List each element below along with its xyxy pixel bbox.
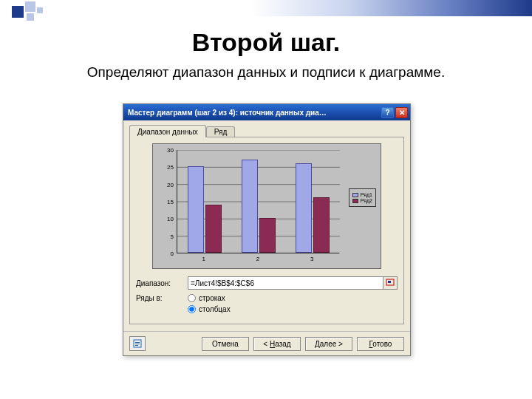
dialog-tabs: Диапазон данных Ряд — [123, 120, 410, 137]
finish-button[interactable]: Готово — [357, 337, 404, 351]
x-tick-label: 1 — [177, 256, 231, 262]
y-tick-label: 0 — [171, 250, 174, 257]
rows-in-row: Ряды в: строках столбцах — [136, 294, 398, 313]
radio-rows[interactable]: строках — [188, 294, 231, 302]
y-tick-label: 5 — [171, 233, 174, 239]
chart-bar — [188, 166, 204, 253]
legend-label: Ряд2 — [361, 198, 372, 203]
chart-bar — [205, 205, 222, 253]
next-button[interactable]: Далее > — [305, 337, 352, 351]
cancel-button[interactable]: Отмена — [202, 337, 249, 351]
range-selector-button[interactable] — [383, 276, 398, 290]
dialog-footer: Отмена < Назад Далее > Готово — [123, 331, 410, 355]
chart-x-ticks: 123 — [177, 256, 339, 262]
svg-rect-8 — [388, 281, 391, 283]
radio-cols-input[interactable] — [188, 305, 196, 313]
chart-bar — [259, 218, 276, 253]
close-button[interactable]: ✕ — [395, 107, 408, 118]
slide-decoration — [0, 0, 532, 18]
chart-bar — [296, 163, 312, 253]
chart-legend: Ряд1Ряд2 — [349, 188, 376, 207]
chart-y-ticks: 051015202530 — [154, 147, 175, 256]
legend-item: Ряд2 — [352, 198, 372, 203]
dialog-titlebar[interactable]: Мастер диаграмм (шаг 2 из 4): источник д… — [123, 104, 410, 120]
slide-subtitle: Определяют диапазон данных и подписи к д… — [0, 64, 532, 81]
dialog-title: Мастер диаграмм (шаг 2 из 4): источник д… — [128, 109, 380, 117]
chart-plot-area — [177, 150, 339, 253]
legend-item: Ряд1 — [352, 192, 372, 197]
radio-cols[interactable]: столбцах — [188, 305, 231, 313]
radio-rows-label: строках — [199, 294, 225, 302]
rows-in-label: Ряды в: — [136, 294, 188, 302]
y-tick-label: 25 — [167, 164, 174, 171]
x-tick-label: 2 — [231, 256, 284, 262]
svg-rect-10 — [135, 342, 140, 343]
x-tick-label: 3 — [285, 256, 339, 262]
radio-cols-label: столбцах — [199, 305, 231, 313]
back-button[interactable]: < Назад — [253, 337, 301, 351]
chart-bar — [313, 197, 330, 253]
tab-series[interactable]: Ряд — [206, 126, 236, 137]
y-tick-label: 20 — [167, 181, 174, 188]
svg-rect-12 — [135, 345, 138, 346]
svg-rect-11 — [135, 344, 140, 344]
chart-wizard-dialog: Мастер диаграмм (шаг 2 из 4): источник д… — [123, 103, 411, 356]
y-tick-label: 30 — [167, 147, 174, 154]
chart-bar — [242, 160, 258, 253]
office-assistant-button[interactable] — [129, 336, 146, 351]
chart-preview: 051015202530 123 Ряд1Ряд2 — [152, 143, 381, 269]
tab-data-range[interactable]: Диапазон данных — [129, 125, 206, 137]
y-tick-label: 10 — [167, 216, 174, 222]
range-input[interactable] — [188, 276, 383, 290]
y-tick-label: 15 — [167, 199, 174, 205]
help-button[interactable]: ? — [381, 107, 394, 118]
tab-panel-data-range: 051015202530 123 Ряд1Ряд2 Диапазон: Ряды… — [129, 137, 404, 324]
slide-title: Второй шаг. — [0, 28, 532, 57]
legend-swatch — [352, 193, 358, 197]
range-row: Диапазон: — [136, 276, 398, 290]
legend-label: Ряд1 — [361, 192, 372, 197]
radio-rows-input[interactable] — [188, 294, 196, 302]
legend-swatch — [352, 199, 358, 203]
range-label: Диапазон: — [136, 279, 188, 287]
